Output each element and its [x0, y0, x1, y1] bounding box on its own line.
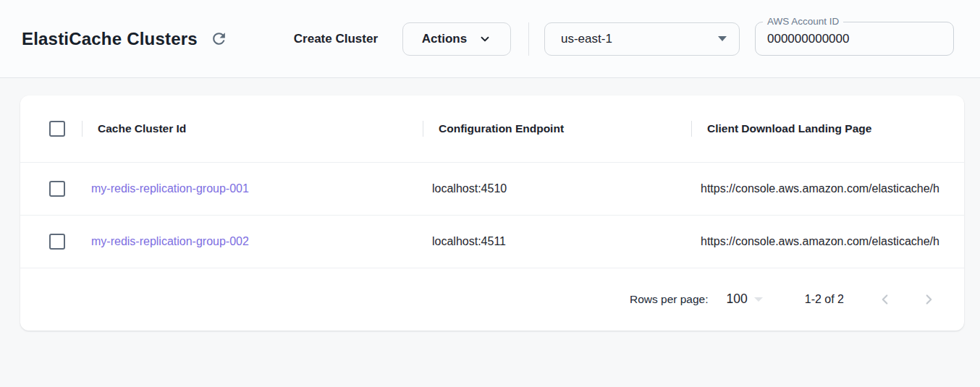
actions-button-label: Actions	[422, 32, 467, 46]
content-area: Cache Cluster Id Configuration Endpoint …	[0, 78, 980, 331]
table-row: my-redis-replication-group-002 localhost…	[20, 215, 964, 268]
cluster-link[interactable]: my-redis-replication-group-001	[82, 182, 249, 195]
row-checkbox-cell	[20, 181, 82, 197]
refresh-button[interactable]	[207, 27, 232, 51]
elasticache-clusters-page: ElastiCache Clusters Create Cluster Acti…	[0, 0, 980, 331]
header-cell-client-download-landing-page[interactable]: Client Download Landing Page	[691, 121, 964, 137]
cell-configuration-endpoint: localhost:4511	[423, 235, 691, 248]
rows-per-page-label: Rows per page:	[630, 293, 709, 306]
endpoint-value: localhost:4510	[423, 182, 507, 195]
cell-cache-cluster-id: my-redis-replication-group-001	[82, 182, 423, 195]
table-header-row: Cache Cluster Id Configuration Endpoint …	[20, 95, 964, 162]
cluster-link[interactable]: my-redis-replication-group-002	[82, 235, 249, 248]
create-cluster-button[interactable]: Create Cluster	[287, 26, 385, 52]
row-checkbox[interactable]	[49, 234, 65, 250]
cell-client-download-landing-page: https://console.aws.amazon.com/elasticac…	[691, 182, 964, 195]
row-checkbox-cell	[20, 234, 82, 250]
pagination-range-label: 1-2 of 2	[805, 293, 844, 306]
caret-down-icon	[754, 297, 763, 302]
toolbar-divider	[528, 22, 529, 56]
aws-account-id-input[interactable]	[767, 32, 942, 46]
region-select[interactable]: us-east-1	[544, 22, 740, 56]
landing-page-value: https://console.aws.amazon.com/elasticac…	[691, 235, 939, 248]
region-select-value: us-east-1	[561, 32, 612, 46]
aws-account-id-label: AWS Account ID	[763, 16, 843, 27]
rows-per-page-value: 100	[727, 292, 748, 307]
clusters-table-card: Cache Cluster Id Configuration Endpoint …	[20, 95, 964, 331]
column-header-label: Client Download Landing Page	[692, 122, 871, 135]
column-header-label: Configuration Endpoint	[423, 122, 564, 135]
chevron-left-icon	[877, 292, 893, 307]
page-title: ElastiCache Clusters	[22, 29, 198, 49]
landing-page-value: https://console.aws.amazon.com/elasticac…	[691, 182, 939, 195]
endpoint-value: localhost:4511	[423, 235, 506, 248]
chevron-right-icon	[921, 292, 937, 307]
chevron-down-icon	[478, 33, 491, 46]
cell-client-download-landing-page: https://console.aws.amazon.com/elasticac…	[691, 235, 964, 248]
cell-cache-cluster-id: my-redis-replication-group-002	[82, 235, 423, 248]
refresh-icon	[210, 30, 228, 48]
column-header-label: Cache Cluster Id	[83, 122, 186, 135]
caret-down-icon	[718, 36, 727, 41]
row-checkbox[interactable]	[49, 181, 65, 197]
select-all-checkbox[interactable]	[49, 121, 65, 137]
table-pagination: Rows per page: 100 1-2 of 2	[20, 268, 964, 330]
cell-configuration-endpoint: localhost:4510	[423, 182, 691, 195]
aws-account-id-field: AWS Account ID	[755, 22, 954, 56]
actions-button[interactable]: Actions	[402, 22, 511, 56]
title-group: ElastiCache Clusters	[22, 27, 232, 51]
header-cell-cache-cluster-id[interactable]: Cache Cluster Id	[82, 121, 423, 137]
top-bar: ElastiCache Clusters Create Cluster Acti…	[0, 0, 980, 78]
rows-per-page-select[interactable]: 100	[727, 292, 763, 307]
table-row: my-redis-replication-group-001 localhost…	[20, 162, 964, 215]
header-checkbox-cell	[20, 121, 82, 137]
next-page-button[interactable]	[919, 290, 938, 309]
header-cell-configuration-endpoint[interactable]: Configuration Endpoint	[423, 121, 691, 137]
previous-page-button[interactable]	[876, 290, 895, 309]
